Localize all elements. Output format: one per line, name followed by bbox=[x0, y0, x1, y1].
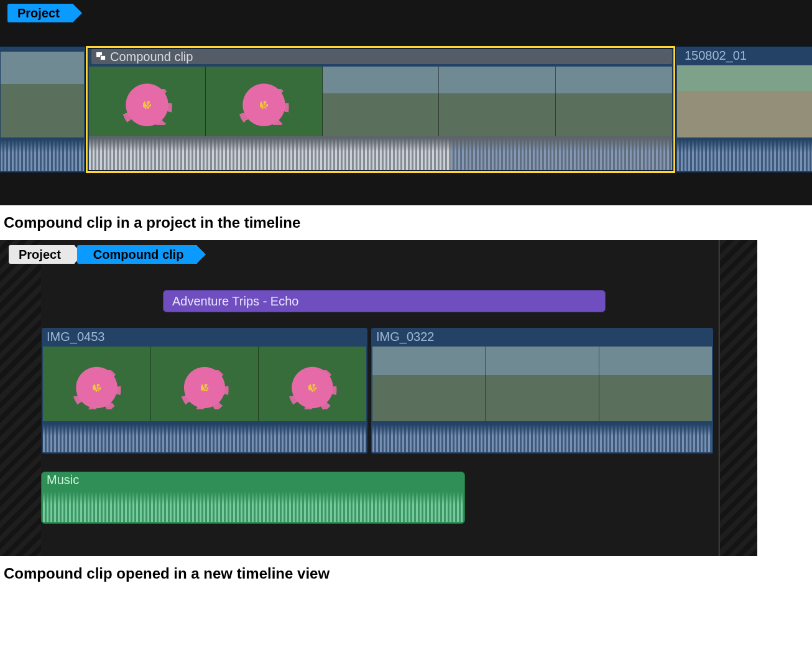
playhead[interactable] bbox=[719, 240, 719, 556]
breadcrumb-project[interactable]: Project bbox=[9, 245, 75, 264]
thumbnail bbox=[677, 65, 812, 137]
audio-clip-name: Music bbox=[47, 472, 79, 487]
thumbnail bbox=[323, 67, 440, 136]
out-of-range-left bbox=[0, 240, 41, 556]
breadcrumb-project[interactable]: Project bbox=[7, 4, 73, 22]
thumbnail bbox=[439, 67, 556, 136]
timeline-compound-inside[interactable]: Project Compound clip Adventure Trips - … bbox=[0, 240, 757, 556]
video-clip-1[interactable]: IMG_0453 bbox=[41, 327, 368, 454]
breadcrumb: Project Compound clip bbox=[9, 244, 197, 265]
title-clip-name: Adventure Trips - Echo bbox=[172, 294, 298, 308]
thumbnail bbox=[372, 347, 486, 421]
breadcrumb-compound[interactable]: Compound clip bbox=[77, 245, 198, 264]
compound-clip-icon bbox=[96, 52, 106, 61]
title-clip[interactable]: Adventure Trips - Echo bbox=[163, 290, 606, 312]
compound-clip-label: Compound clip bbox=[91, 49, 672, 64]
thumbnail bbox=[259, 347, 366, 421]
audio-clip[interactable]: Music bbox=[41, 472, 465, 524]
breadcrumb: Project bbox=[7, 2, 73, 24]
clip-right-name: 150802_01 bbox=[680, 48, 812, 63]
compound-clip[interactable]: Compound clip bbox=[86, 46, 675, 173]
video-clip-1-name: IMG_0453 bbox=[47, 329, 104, 344]
out-of-range-right bbox=[720, 240, 757, 556]
thumbnail bbox=[599, 347, 712, 421]
thumbnail bbox=[43, 347, 151, 421]
video-clip-2-name: IMG_0322 bbox=[376, 329, 434, 344]
caption-top: Compound clip in a project in the timeli… bbox=[0, 205, 812, 240]
compound-clip-name: Compound clip bbox=[110, 50, 193, 64]
timeline-project-view[interactable]: Project Compound clip bbox=[0, 0, 812, 205]
thumbnail bbox=[206, 67, 323, 136]
thumbnail bbox=[556, 67, 672, 136]
thumbnail bbox=[89, 67, 206, 136]
caption-bottom: Compound clip opened in a new timeline v… bbox=[0, 556, 812, 591]
video-clip-2[interactable]: IMG_0322 bbox=[371, 327, 714, 454]
thumbnail bbox=[151, 347, 259, 421]
clip-right-partial[interactable]: 150802_01 bbox=[675, 46, 812, 173]
clip-left-partial[interactable] bbox=[0, 46, 86, 173]
thumbnail bbox=[486, 347, 599, 421]
